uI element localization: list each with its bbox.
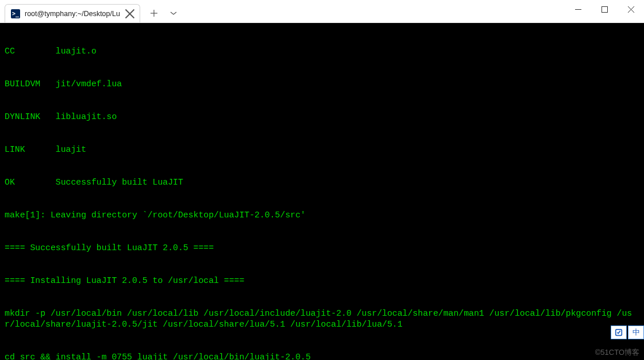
ime-language-button[interactable]: 中 — [628, 325, 644, 339]
new-tab-button[interactable] — [145, 4, 163, 22]
checkbox-icon — [615, 328, 623, 336]
maximize-icon — [601, 6, 608, 13]
ime-toggle-button[interactable] — [611, 325, 627, 339]
terminal-line: CC luajit.o — [5, 46, 639, 57]
tab-dropdown-button[interactable] — [164, 4, 183, 22]
tab-title: root@tymphany:~/Desktop/Lu — [25, 10, 120, 18]
maximize-button[interactable] — [591, 0, 618, 18]
tab-strip: >_ root@tymphany:~/Desktop/Lu — [0, 0, 183, 22]
svg-rect-5 — [601, 6, 607, 12]
titlebar: >_ root@tymphany:~/Desktop/Lu — [0, 0, 644, 23]
watermark: ©51CTO博客 — [595, 347, 639, 358]
powershell-icon: >_ — [11, 9, 20, 18]
tab-close-button[interactable] — [125, 9, 135, 19]
terminal-line: ==== Successfully built LuaJIT 2.0.5 ===… — [5, 243, 639, 254]
terminal-line: mkdir -p /usr/local/bin /usr/local/lib /… — [5, 308, 639, 330]
terminal-line: make[1]: Leaving directory `/root/Deskto… — [5, 210, 639, 221]
close-window-button[interactable] — [618, 0, 644, 18]
terminal-line: ==== Installing LuaJIT 2.0.5 to /usr/loc… — [5, 275, 639, 286]
terminal-line: LINK luajit — [5, 144, 639, 155]
window-controls — [565, 0, 644, 22]
terminal-tab[interactable]: >_ root@tymphany:~/Desktop/Lu — [5, 4, 140, 22]
ime-indicator: 中 — [611, 325, 644, 339]
terminal-line: cd src && install -m 0755 luajit /usr/lo… — [5, 352, 639, 360]
terminal-line: OK Successfully built LuaJIT — [5, 177, 639, 188]
terminal-output[interactable]: CC luajit.o BUILDVM jit/vmdef.lua DYNLIN… — [0, 23, 644, 360]
terminal-line: BUILDVM jit/vmdef.lua — [5, 79, 639, 90]
plus-icon — [151, 10, 157, 17]
terminal-line: DYNLINK libluajit.so — [5, 112, 639, 122]
close-icon — [125, 9, 135, 19]
minimize-button[interactable] — [565, 0, 591, 18]
chevron-down-icon — [170, 11, 177, 16]
close-icon — [628, 6, 634, 13]
minimize-icon — [575, 6, 581, 13]
